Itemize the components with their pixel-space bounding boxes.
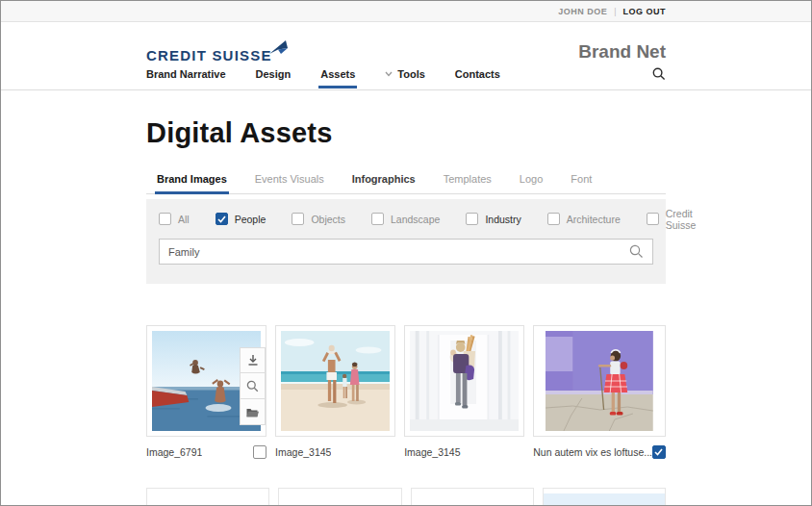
- zoom-icon: [246, 380, 259, 392]
- card-footer: Image_6791: [146, 444, 266, 459]
- asset-search-input[interactable]: [168, 246, 629, 258]
- filter-people[interactable]: People: [216, 213, 266, 225]
- asset-card: Image_6791: [146, 325, 266, 459]
- tab-infographics[interactable]: Infographics: [352, 173, 416, 193]
- asset-search-box: [159, 239, 653, 265]
- add-to-collection-button[interactable]: [240, 399, 266, 425]
- site-header: CREDIT SUISSE Brand Net: [1, 22, 811, 63]
- card-select-checkbox[interactable]: [652, 445, 666, 459]
- folder-icon: [246, 407, 259, 417]
- checkbox: [371, 213, 384, 225]
- download-icon: [247, 354, 259, 367]
- main-nav: Brand Narrative Design Assets Tools Cont…: [146, 67, 666, 89]
- thumbnail-toolbar: [240, 347, 266, 425]
- nav-item-tools[interactable]: Tools: [385, 68, 425, 89]
- zoom-preview-button[interactable]: [240, 373, 266, 399]
- asset-card: Image_3145: [404, 325, 524, 459]
- tab-templates[interactable]: Templates: [444, 173, 492, 193]
- search-icon: [652, 67, 666, 81]
- tab-brand-images[interactable]: Brand Images: [157, 173, 227, 193]
- asset-card: Nun autem vix es loftuse...: [533, 325, 666, 459]
- checkbox: [292, 213, 304, 225]
- credit-suisse-logo[interactable]: CREDIT SUISSE: [146, 39, 290, 63]
- page-title: Digital Assets: [146, 117, 666, 148]
- asset-tabs: Brand Images Events Visuals Infographics…: [146, 173, 666, 194]
- chevron-down-icon: [385, 71, 393, 77]
- asset-thumbnail[interactable]: [533, 325, 666, 437]
- asset-grid-next-row: [146, 488, 666, 506]
- checkbox: [466, 213, 478, 225]
- tab-font[interactable]: Font: [571, 173, 592, 193]
- photo-woman-hallway-groceries: [410, 331, 519, 431]
- tab-logo[interactable]: Logo: [520, 173, 543, 193]
- photo-family-beach-walk: [281, 331, 390, 431]
- search-icon: [629, 244, 644, 259]
- asset-thumbnail[interactable]: [146, 488, 269, 506]
- card-title: Image_3145: [404, 446, 460, 458]
- asset-thumbnail[interactable]: [411, 488, 534, 506]
- card-title: Image_6791: [146, 446, 202, 458]
- asset-card: Image_3145: [275, 325, 395, 459]
- card-select-checkbox[interactable]: [253, 445, 266, 459]
- checkbox: [647, 213, 659, 225]
- browser-page: JOHN DOE | LOG OUT CREDIT SUISSE Brand N…: [0, 0, 812, 506]
- photo-girl-purple-wall: [546, 331, 653, 431]
- card-title: Image_3145: [275, 446, 331, 458]
- nav-item-design[interactable]: Design: [256, 68, 292, 89]
- sail-icon: [268, 39, 290, 55]
- topbar-divider: |: [614, 7, 616, 16]
- checkbox: [216, 213, 228, 225]
- asset-thumbnail[interactable]: [404, 325, 524, 437]
- asset-thumbnail[interactable]: [275, 325, 395, 437]
- asset-grid: Image_6791: [146, 325, 666, 459]
- filter-credit-suisse[interactable]: Credit Suisse: [647, 208, 697, 231]
- filter-panel: All People Objects Landscape Industry: [146, 199, 666, 284]
- checkbox: [547, 213, 560, 225]
- filter-architecture[interactable]: Architecture: [547, 213, 621, 225]
- nav-item-assets[interactable]: Assets: [320, 68, 355, 89]
- asset-thumbnail[interactable]: [543, 488, 666, 506]
- logo-text: CREDIT SUISSE: [146, 48, 272, 63]
- site-name: Brand Net: [578, 42, 666, 63]
- filter-objects[interactable]: Objects: [292, 213, 345, 225]
- asset-thumbnail[interactable]: [278, 488, 401, 506]
- filter-landscape[interactable]: Landscape: [371, 213, 440, 225]
- card-footer: Image_3145: [404, 444, 524, 459]
- tab-events-visuals[interactable]: Events Visuals: [255, 173, 324, 193]
- filter-row: All People Objects Landscape Industry: [159, 212, 653, 226]
- card-footer: Nun autem vix es loftuse...: [533, 444, 666, 459]
- checkbox: [159, 213, 171, 225]
- card-title: Nun autem vix es loftuse...: [533, 446, 652, 458]
- filter-all[interactable]: All: [159, 213, 190, 225]
- card-footer: Image_3145: [275, 444, 395, 459]
- top-utility-bar: JOHN DOE | LOG OUT: [1, 1, 811, 22]
- nav-search-button[interactable]: [652, 67, 666, 89]
- download-button[interactable]: [240, 347, 266, 373]
- filter-industry[interactable]: Industry: [466, 213, 520, 225]
- user-name: JOHN DOE: [558, 7, 607, 16]
- asset-search-button[interactable]: [629, 244, 644, 259]
- nav-item-contacts[interactable]: Contacts: [455, 68, 500, 89]
- asset-thumbnail[interactable]: [146, 325, 266, 437]
- main-nav-wrap: Brand Narrative Design Assets Tools Cont…: [1, 67, 811, 90]
- logout-link[interactable]: LOG OUT: [623, 7, 667, 16]
- nav-item-brand-narrative[interactable]: Brand Narrative: [146, 68, 226, 89]
